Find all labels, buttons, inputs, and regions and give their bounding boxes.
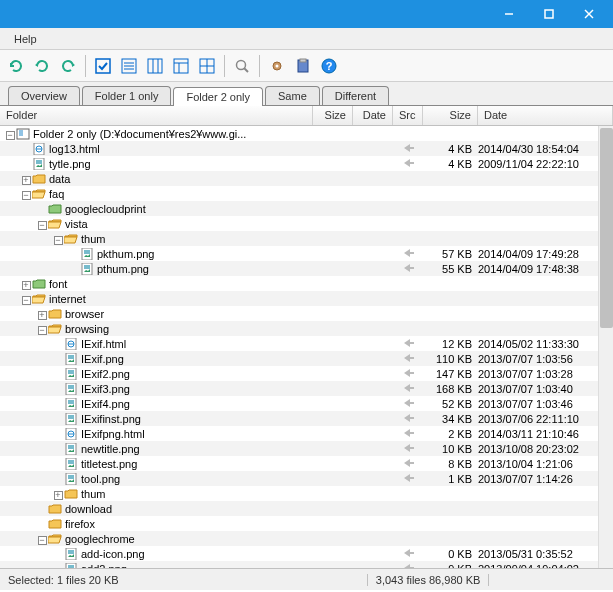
- expander-icon[interactable]: +: [52, 488, 64, 500]
- file-date: 2013/09/04 19:04:02: [478, 563, 613, 569]
- tree-file[interactable]: pkthum.png57 KB2014/04/09 17:49:28: [0, 246, 613, 261]
- tab-folder-2-only[interactable]: Folder 2 only: [173, 87, 263, 106]
- grid-icon[interactable]: [195, 54, 219, 78]
- tree-folder[interactable]: firefox: [0, 516, 613, 531]
- clipboard-icon[interactable]: [291, 54, 315, 78]
- svg-rect-35: [36, 160, 42, 164]
- help-icon[interactable]: ?: [317, 54, 341, 78]
- tree-folder[interactable]: googlecloudprint: [0, 201, 613, 216]
- tree-file[interactable]: add-icon.png0 KB2013/05/31 0:35:52: [0, 546, 613, 561]
- file-size: 147 KB: [423, 368, 478, 380]
- tree-file[interactable]: add2.png9 KB2013/09/04 19:04:02: [0, 561, 613, 568]
- expander-icon[interactable]: −: [20, 293, 32, 305]
- tree-folder[interactable]: −thum: [0, 231, 613, 246]
- tree-file[interactable]: IExifinst.png34 KB2013/07/06 22:11:10: [0, 411, 613, 426]
- folder-green-icon: [48, 203, 62, 215]
- close-button[interactable]: [569, 0, 609, 28]
- file-size: 9 KB: [423, 563, 478, 569]
- tree-file[interactable]: IExifpng.html2 KB2014/03/11 21:10:46: [0, 426, 613, 441]
- maximize-button[interactable]: [529, 0, 569, 28]
- tab-overview[interactable]: Overview: [8, 86, 80, 105]
- tree-file[interactable]: IExif.png110 KB2013/07/07 1:03:56: [0, 351, 613, 366]
- column-date1[interactable]: Date: [353, 106, 393, 125]
- file-size: 1 KB: [423, 473, 478, 485]
- expander-icon[interactable]: −: [52, 233, 64, 245]
- file-size: 110 KB: [423, 353, 478, 365]
- file-size: 4 KB: [423, 143, 478, 155]
- tree-folder[interactable]: +thum: [0, 486, 613, 501]
- src-arrow-icon: [393, 353, 423, 365]
- item-label: IExifpng.html: [81, 428, 145, 440]
- scrollbar-vertical[interactable]: [598, 126, 613, 568]
- file-tree[interactable]: −Folder 2 only (D:¥document¥res2¥www.gi.…: [0, 126, 613, 568]
- tree-folder[interactable]: −vista: [0, 216, 613, 231]
- item-label: internet: [49, 293, 86, 305]
- tree-folder[interactable]: +data: [0, 171, 613, 186]
- column-size2[interactable]: Size: [423, 106, 478, 125]
- tree-folder[interactable]: −Folder 2 only (D:¥document¥res2¥www.gi.…: [0, 126, 613, 141]
- tree-folder[interactable]: download: [0, 501, 613, 516]
- tab-same[interactable]: Same: [265, 86, 320, 105]
- src-arrow-icon: [393, 473, 423, 485]
- menu-help[interactable]: Help: [6, 30, 45, 48]
- expander-icon[interactable]: −: [20, 188, 32, 200]
- html-icon: [32, 143, 46, 155]
- file-size: 52 KB: [423, 398, 478, 410]
- columns-icon[interactable]: [143, 54, 167, 78]
- svg-rect-77: [409, 552, 414, 554]
- tree-file[interactable]: tool.png1 KB2013/07/07 1:14:26: [0, 471, 613, 486]
- expander-icon[interactable]: −: [36, 218, 48, 230]
- svg-rect-48: [68, 355, 74, 359]
- refresh-icon[interactable]: [4, 54, 28, 78]
- scrollbar-thumb[interactable]: [600, 128, 613, 328]
- tree-file[interactable]: IExif2.png147 KB2013/07/07 1:03:28: [0, 366, 613, 381]
- expander-icon[interactable]: −: [4, 128, 16, 140]
- src-arrow-icon: [393, 248, 423, 260]
- tree-file[interactable]: newtitle.png10 KB2013/10/08 20:23:02: [0, 441, 613, 456]
- refresh-right-icon[interactable]: [56, 54, 80, 78]
- tree-folder[interactable]: −googlechrome: [0, 531, 613, 546]
- svg-rect-39: [409, 252, 414, 254]
- tree-folder[interactable]: −faq: [0, 186, 613, 201]
- tree-file[interactable]: IExif4.png52 KB2013/07/07 1:03:46: [0, 396, 613, 411]
- tree-file[interactable]: tytle.png4 KB2009/11/04 22:22:10: [0, 156, 613, 171]
- minimize-button[interactable]: [489, 0, 529, 28]
- tree-folder[interactable]: −internet: [0, 291, 613, 306]
- tree-file[interactable]: IExif.html12 KB2014/05/02 11:33:30: [0, 336, 613, 351]
- tree-file[interactable]: IExif3.png168 KB2013/07/07 1:03:40: [0, 381, 613, 396]
- column-size1[interactable]: Size: [313, 106, 353, 125]
- tab-different[interactable]: Different: [322, 86, 389, 105]
- expander-icon[interactable]: −: [36, 533, 48, 545]
- search-icon[interactable]: [230, 54, 254, 78]
- column-date2[interactable]: Date: [478, 106, 613, 125]
- tree-folder[interactable]: +browser: [0, 306, 613, 321]
- column-folder[interactable]: Folder: [0, 106, 313, 125]
- expander-icon[interactable]: −: [36, 323, 48, 335]
- file-size: 168 KB: [423, 383, 478, 395]
- column-src[interactable]: Src: [393, 106, 423, 125]
- file-size: 12 KB: [423, 338, 478, 350]
- list-icon[interactable]: [117, 54, 141, 78]
- tree-file[interactable]: pthum.png55 KB2014/04/09 17:48:38: [0, 261, 613, 276]
- details-icon[interactable]: [169, 54, 193, 78]
- gear-icon[interactable]: [265, 54, 289, 78]
- svg-rect-58: [409, 402, 414, 404]
- status-bar: Selected: 1 files 20 KB 3,043 files 86,9…: [0, 568, 613, 590]
- tree-folder[interactable]: −browsing: [0, 321, 613, 336]
- item-label: log13.html: [49, 143, 100, 155]
- file-date: 2014/04/09 17:49:28: [478, 248, 613, 260]
- refresh-left-icon[interactable]: [30, 54, 54, 78]
- file-size: 34 KB: [423, 413, 478, 425]
- tree-folder[interactable]: +font: [0, 276, 613, 291]
- check-icon[interactable]: [91, 54, 115, 78]
- src-arrow-icon: [393, 548, 423, 560]
- tab-folder-1-only[interactable]: Folder 1 only: [82, 86, 172, 105]
- tree-file[interactable]: log13.html4 KB2014/04/30 18:54:04: [0, 141, 613, 156]
- folder-open-icon: [64, 233, 78, 245]
- tree-file[interactable]: titletest.png8 KB2013/10/04 1:21:06: [0, 456, 613, 471]
- item-label: thum: [81, 233, 105, 245]
- expander-icon[interactable]: +: [36, 308, 48, 320]
- item-label: add2.png: [81, 563, 127, 569]
- expander-icon[interactable]: +: [20, 278, 32, 290]
- expander-icon[interactable]: +: [20, 173, 32, 185]
